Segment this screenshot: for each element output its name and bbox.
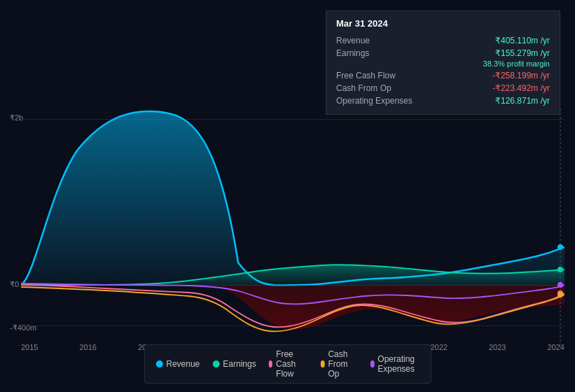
legend-item-earnings[interactable]: Earnings bbox=[212, 359, 256, 369]
legend-dot-fcf bbox=[269, 360, 272, 368]
legend-label-earnings: Earnings bbox=[223, 359, 256, 369]
legend-item-fcf[interactable]: Free Cash Flow bbox=[269, 349, 308, 379]
earnings-dot bbox=[557, 267, 563, 272]
chart-container: Mar 31 2024 Revenue ₹405.110m /yr Earnin… bbox=[0, 0, 575, 392]
tooltip-panel: Mar 31 2024 Revenue ₹405.110m /yr Earnin… bbox=[326, 10, 560, 115]
chart-svg bbox=[21, 108, 564, 346]
legend-item-cfo[interactable]: Cash From Op bbox=[321, 349, 358, 379]
tooltip-row-earnings: Earnings ₹155.279m /yr bbox=[336, 47, 550, 59]
tooltip-label-earnings: Earnings bbox=[336, 48, 413, 58]
tooltip-profit-margin: 38.3% profit margin bbox=[336, 59, 550, 69]
x-label-2024: 2024 bbox=[548, 343, 564, 351]
legend-dot-revenue bbox=[155, 360, 162, 368]
tooltip-value-opex: ₹126.871m /yr bbox=[495, 96, 550, 106]
tooltip-row-cfo: Cash From Op -₹223.492m /yr bbox=[336, 82, 550, 94]
legend-label-revenue: Revenue bbox=[166, 359, 200, 369]
legend-dot-cfo bbox=[321, 360, 324, 368]
legend-label-opex: Operating Expenses bbox=[377, 354, 419, 374]
tooltip-row-revenue: Revenue ₹405.110m /yr bbox=[336, 34, 550, 47]
tooltip-title: Mar 31 2024 bbox=[336, 18, 550, 29]
legend-item-opex[interactable]: Operating Expenses bbox=[370, 354, 420, 374]
legend-label-fcf: Free Cash Flow bbox=[276, 349, 308, 379]
x-label-2022: 2022 bbox=[431, 343, 448, 351]
revenue-area bbox=[21, 111, 564, 286]
tooltip-label-revenue: Revenue bbox=[336, 36, 413, 46]
legend-item-revenue[interactable]: Revenue bbox=[155, 359, 200, 369]
tooltip-value-cfo: -₹223.492m /yr bbox=[492, 83, 550, 93]
cfo-dot bbox=[557, 292, 563, 298]
x-label-2023: 2023 bbox=[489, 343, 506, 351]
revenue-dot bbox=[557, 244, 563, 250]
x-label-2016: 2016 bbox=[80, 343, 97, 351]
legend-dot-opex bbox=[370, 360, 374, 368]
tooltip-label-cfo: Cash From Op bbox=[336, 83, 413, 93]
tooltip-label-opex: Operating Expenses bbox=[336, 96, 413, 106]
tooltip-label-fcf: Free Cash Flow bbox=[336, 71, 413, 80]
tooltip-value-earnings: ₹155.279m /yr bbox=[495, 48, 550, 58]
legend-label-cfo: Cash From Op bbox=[328, 349, 358, 379]
opex-dot bbox=[557, 282, 563, 288]
x-label-2015: 2015 bbox=[21, 343, 38, 351]
tooltip-value-revenue: ₹405.110m /yr bbox=[495, 36, 550, 46]
y-label-zero: ₹0 bbox=[10, 280, 19, 289]
tooltip-row-opex: Operating Expenses ₹126.871m /yr bbox=[336, 94, 550, 107]
legend-dot-earnings bbox=[212, 360, 219, 368]
chart-legend: Revenue Earnings Free Cash Flow Cash Fro… bbox=[144, 344, 431, 384]
tooltip-row-fcf: Free Cash Flow -₹258.199m /yr bbox=[336, 69, 550, 82]
tooltip-value-fcf: -₹258.199m /yr bbox=[492, 71, 550, 80]
